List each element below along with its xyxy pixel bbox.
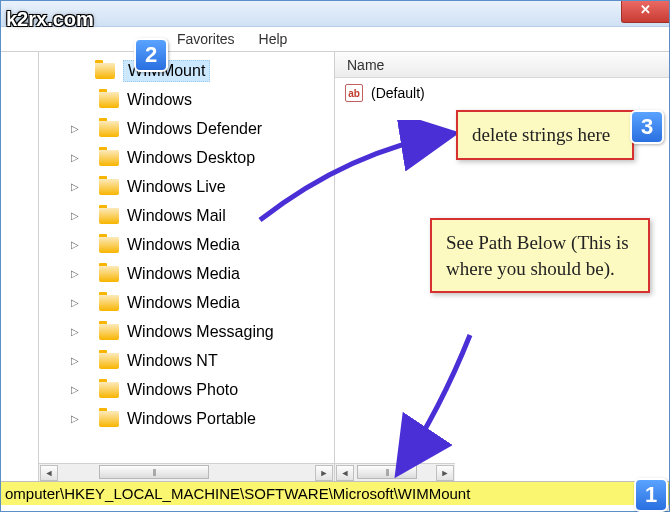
- tree-item[interactable]: ▷Windows Live: [39, 172, 334, 201]
- value-name: (Default): [371, 85, 425, 101]
- tree-item[interactable]: ▷Windows NT: [39, 346, 334, 375]
- statusbar-path: omputer\HKEY_LOCAL_MACHINE\SOFTWARE\Micr…: [1, 481, 669, 505]
- folder-icon: [99, 150, 119, 166]
- string-value-icon: ab: [345, 84, 363, 102]
- tree-item-label: Windows Mail: [127, 207, 226, 225]
- step-badge-2: 2: [134, 38, 168, 72]
- tree-item[interactable]: ▷Windows Messaging: [39, 317, 334, 346]
- value-row[interactable]: ab(Default): [335, 78, 669, 108]
- column-name-label: Name: [347, 57, 384, 73]
- folder-icon: [99, 382, 119, 398]
- menu-help[interactable]: Help: [259, 31, 288, 47]
- values-scroll-right[interactable]: ►: [436, 465, 454, 481]
- tree-item[interactable]: WIMMount: [39, 56, 334, 85]
- folder-icon: [99, 353, 119, 369]
- tree-item-label: Windows Media: [127, 265, 240, 283]
- statusbar-text: omputer\HKEY_LOCAL_MACHINE\SOFTWARE\Micr…: [5, 485, 470, 502]
- expander-icon[interactable]: ▷: [71, 239, 83, 251]
- callout-delete-strings: delete strings here: [456, 110, 634, 160]
- expander-icon[interactable]: ▷: [71, 297, 83, 309]
- values-hscroll[interactable]: ◄ ||| ►: [335, 463, 455, 481]
- expander-icon[interactable]: ▷: [71, 181, 83, 193]
- values-column-header[interactable]: Name: [335, 52, 669, 78]
- expander-icon[interactable]: ▷: [71, 413, 83, 425]
- watermark: k2rx.com: [6, 8, 94, 31]
- values-list[interactable]: ab(Default): [335, 78, 669, 108]
- tree-item-label: Windows Media: [127, 294, 240, 312]
- folder-icon: [99, 121, 119, 137]
- tree-item[interactable]: ▷Windows Media: [39, 230, 334, 259]
- expander-icon[interactable]: ▷: [71, 384, 83, 396]
- folder-icon: [99, 324, 119, 340]
- callout-see-path: See Path Below (This is where you should…: [430, 218, 650, 293]
- folder-icon: [99, 411, 119, 427]
- tree-item[interactable]: Windows: [39, 85, 334, 114]
- expander-icon[interactable]: ▷: [71, 123, 83, 135]
- folder-icon: [99, 266, 119, 282]
- tree-item-label: Windows NT: [127, 352, 218, 370]
- tree-item-label: Windows Defender: [127, 120, 262, 138]
- tree-item[interactable]: ▷Windows Portable: [39, 404, 334, 433]
- folder-icon: [99, 179, 119, 195]
- folder-icon: [99, 295, 119, 311]
- menu-favorites[interactable]: Favorites: [177, 31, 235, 47]
- expander-icon[interactable]: ▷: [71, 152, 83, 164]
- tree-item[interactable]: ▷Windows Media: [39, 288, 334, 317]
- expander-icon[interactable]: ▷: [71, 326, 83, 338]
- titlebar: ✕: [1, 1, 669, 27]
- tree-list[interactable]: WIMMountWindows▷Windows Defender▷Windows…: [39, 52, 334, 437]
- tree-item[interactable]: ▷Windows Mail: [39, 201, 334, 230]
- thumb-grip-icon: |||: [152, 467, 155, 476]
- tree-item-label: Windows Desktop: [127, 149, 255, 167]
- scroll-track[interactable]: |||: [59, 465, 314, 481]
- scroll-right-button[interactable]: ►: [315, 465, 333, 481]
- expander-icon[interactable]: ▷: [71, 268, 83, 280]
- expander-icon[interactable]: ▷: [71, 210, 83, 222]
- tree-item-label: Windows Portable: [127, 410, 256, 428]
- folder-icon: [99, 237, 119, 253]
- folder-icon: [99, 208, 119, 224]
- tree-panel: WIMMountWindows▷Windows Defender▷Windows…: [39, 52, 335, 481]
- tree-item[interactable]: ▷Windows Defender: [39, 114, 334, 143]
- values-scroll-track[interactable]: |||: [355, 465, 435, 481]
- tree-item[interactable]: ▷Windows Photo: [39, 375, 334, 404]
- scroll-thumb[interactable]: |||: [99, 465, 209, 479]
- step-badge-3: 3: [630, 110, 664, 144]
- tree-item-label: Windows Live: [127, 178, 226, 196]
- tree-item-label: Windows Photo: [127, 381, 238, 399]
- values-scroll-left[interactable]: ◄: [336, 465, 354, 481]
- tree-item-label: Windows: [127, 91, 192, 109]
- tree-item[interactable]: ▷Windows Desktop: [39, 143, 334, 172]
- menubar: Favorites Help: [1, 27, 669, 51]
- expander-icon[interactable]: ▷: [71, 355, 83, 367]
- close-button[interactable]: ✕: [621, 1, 669, 23]
- tree-item-label: Windows Media: [127, 236, 240, 254]
- tree-hscroll[interactable]: ◄ ||| ►: [39, 463, 334, 481]
- tree-item-label: Windows Messaging: [127, 323, 274, 341]
- left-gutter: [1, 52, 39, 481]
- step-badge-1: 1: [634, 478, 668, 512]
- folder-icon: [95, 63, 115, 79]
- scroll-left-button[interactable]: ◄: [40, 465, 58, 481]
- folder-icon: [99, 92, 119, 108]
- values-scroll-thumb[interactable]: |||: [357, 465, 417, 479]
- tree-item[interactable]: ▷Windows Media: [39, 259, 334, 288]
- thumb-grip-icon: |||: [385, 467, 388, 476]
